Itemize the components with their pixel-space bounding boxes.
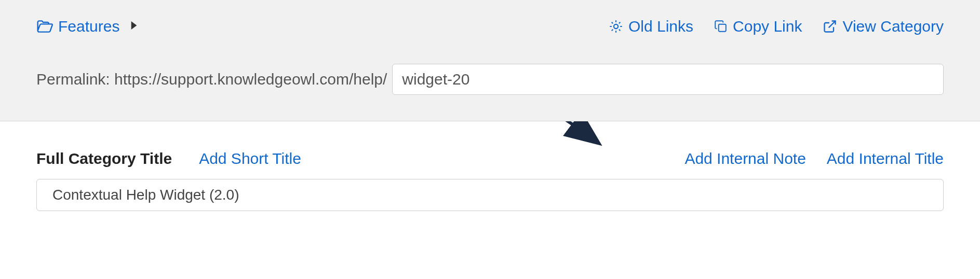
svg-point-0 (614, 24, 618, 29)
copy-link-button[interactable]: Copy Link (714, 18, 802, 35)
add-short-title-button[interactable]: Add Short Title (199, 150, 301, 168)
permalink-label: Permalink: https://support.knowledgeowl.… (36, 71, 387, 88)
view-category-button[interactable]: View Category (823, 18, 944, 35)
category-title-input[interactable] (36, 179, 944, 211)
svg-rect-1 (719, 24, 726, 32)
folder-open-icon (36, 19, 53, 34)
gear-icon (609, 19, 623, 34)
permalink-input[interactable] (392, 64, 944, 95)
add-internal-note-button[interactable]: Add Internal Note (684, 150, 806, 168)
add-internal-title-button[interactable]: Add Internal Title (827, 150, 944, 168)
copy-icon (714, 19, 728, 34)
copy-link-label: Copy Link (733, 18, 802, 35)
breadcrumb-features[interactable]: Features (36, 18, 119, 35)
top-actions: Old Links Copy Link View Category (609, 18, 944, 35)
old-links-label: Old Links (628, 18, 693, 35)
breadcrumb-label: Features (58, 18, 119, 35)
full-category-title-label: Full Category Title (36, 150, 172, 168)
breadcrumb: Features (36, 18, 137, 35)
right-links: Add Internal Note Add Internal Title (684, 150, 944, 168)
title-section: Full Category Title Add Short Title Add … (0, 121, 980, 232)
view-category-label: View Category (842, 18, 944, 35)
top-row: Features Old Links Copy (36, 18, 944, 35)
title-links-row: Full Category Title Add Short Title Add … (36, 150, 944, 168)
permalink-row: Permalink: https://support.knowledgeowl.… (36, 64, 944, 95)
old-links-button[interactable]: Old Links (609, 18, 693, 35)
header-section: Features Old Links Copy (0, 0, 980, 121)
chevron-right-icon (131, 21, 137, 32)
external-link-icon (823, 19, 837, 34)
